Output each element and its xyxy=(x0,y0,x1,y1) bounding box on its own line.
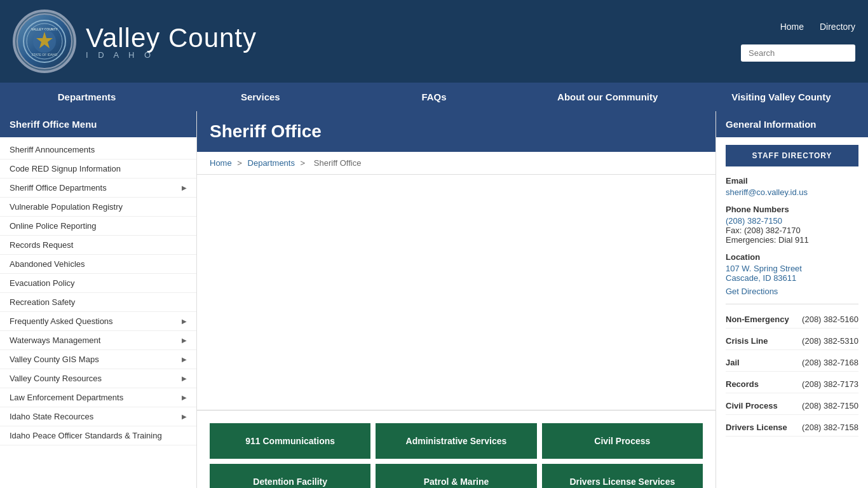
service-buttons-grid: 911 Communications Administrative Servic… xyxy=(197,423,715,488)
content-divider xyxy=(197,410,715,410)
sidebar-item-abandoned-vehicles[interactable]: Abandoned Vehicles xyxy=(0,255,196,274)
phone-label: Phone Numbers xyxy=(726,205,858,214)
nav-departments[interactable]: Departments xyxy=(0,83,173,111)
email-label: Email xyxy=(726,176,858,186)
phone-row-crisis: Crisis Line (208) 382-5310 xyxy=(726,332,858,350)
info-location-section: Location 107 W. Spring Street Cascade, I… xyxy=(726,252,858,296)
sidebar-item-evacuation-policy[interactable]: Evacuation Policy xyxy=(0,274,196,293)
email-link[interactable]: sheriff@co.valley.id.us xyxy=(726,187,808,197)
content-wrapper: Sheriff Office Menu Sheriff Announcement… xyxy=(0,111,868,488)
chevron-icon: ▶ xyxy=(182,394,187,401)
site-header: VALLEY COUNTY STATE OF IDAHO Valley Coun… xyxy=(0,0,868,83)
header-logo: VALLEY COUNTY STATE OF IDAHO Valley Coun… xyxy=(13,10,257,73)
location-address[interactable]: 107 W. Spring Street xyxy=(726,264,802,273)
right-sidebar-content: STAFF DIRECTORY Email sheriff@co.valley.… xyxy=(716,137,868,448)
site-name: Valley County xyxy=(86,23,257,53)
row-label: Records xyxy=(726,379,759,389)
phone-row-jail: Jail (208) 382-7168 xyxy=(726,354,858,372)
right-sidebar-title: General Information xyxy=(716,111,868,137)
info-email-section: Email sheriff@co.valley.id.us xyxy=(726,176,858,197)
get-directions-link[interactable]: Get Directions xyxy=(726,287,778,296)
search-box xyxy=(741,44,855,62)
sidebar-item-waterways[interactable]: Waterways Management▶ xyxy=(0,331,196,350)
breadcrumb-sep2: > xyxy=(301,158,308,168)
row-label: Non-Emergency xyxy=(726,315,789,324)
chevron-icon: ▶ xyxy=(182,318,187,325)
chevron-icon: ▶ xyxy=(182,375,187,382)
breadcrumb-home[interactable]: Home xyxy=(210,158,232,168)
nav-home[interactable]: Home xyxy=(780,22,804,32)
btn-detention-facility[interactable]: Detention Facility xyxy=(210,464,370,488)
sidebar-divider xyxy=(726,304,858,304)
breadcrumb: Home > Departments > Sheriff Office xyxy=(197,152,715,175)
search-input[interactable] xyxy=(741,44,855,62)
row-value: (208) 382-7158 xyxy=(802,423,858,432)
phone-row-records: Records (208) 382-7173 xyxy=(726,376,858,393)
sidebar-menu: Sheriff Announcements Code RED Signup In… xyxy=(0,137,196,449)
btn-patrol-marine[interactable]: Patrol & Marine xyxy=(376,464,536,488)
svg-text:STATE OF IDAHO: STATE OF IDAHO xyxy=(32,53,58,57)
phone-rows: Non-Emergency (208) 382-5160 Crisis Line… xyxy=(726,311,858,437)
content-area xyxy=(197,175,715,397)
chevron-icon: ▶ xyxy=(182,337,187,344)
sidebar-item-recreation-safety[interactable]: Recreation Safety xyxy=(0,293,196,312)
phone-row-drivers-license: Drivers License (208) 382-7158 xyxy=(726,419,858,437)
chevron-icon: ▶ xyxy=(182,184,187,191)
btn-civil-process[interactable]: Civil Process xyxy=(542,423,703,459)
sidebar-item-code-red[interactable]: Code RED Signup Information xyxy=(0,159,196,179)
row-label: Civil Process xyxy=(726,401,778,410)
phone-main-link[interactable]: (208) 382-7150 xyxy=(726,216,782,226)
sidebar-item-law-enforcement[interactable]: Law Enforcement Departments▶ xyxy=(0,388,196,407)
sidebar-item-faqs[interactable]: Frequently Asked Questions▶ xyxy=(0,312,196,331)
email-value: sheriff@co.valley.id.us xyxy=(726,187,858,197)
main-content: Sheriff Office Home > Departments > Sher… xyxy=(197,111,715,488)
btn-drivers-license[interactable]: Drivers License Services xyxy=(542,464,703,488)
logo-text: Valley County I D A H O xyxy=(86,23,257,60)
sidebar-item-peace-officer[interactable]: Idaho Peace Officer Standards & Training xyxy=(0,426,196,445)
nav-directory[interactable]: Directory xyxy=(820,22,855,32)
sidebar-item-valley-resources[interactable]: Valley County Resources▶ xyxy=(0,369,196,388)
sidebar-title: Sheriff Office Menu xyxy=(0,111,196,137)
btn-administrative-services[interactable]: Administrative Services xyxy=(376,423,536,459)
sidebar-item-sheriff-announcements[interactable]: Sheriff Announcements xyxy=(0,140,196,159)
sidebar-item-sheriff-departments[interactable]: Sheriff Office Departments▶ xyxy=(0,179,196,198)
row-value: (208) 382-5310 xyxy=(802,336,858,346)
right-sidebar: General Information STAFF DIRECTORY Emai… xyxy=(715,111,868,488)
main-nav: Departments Services FAQs About our Comm… xyxy=(0,83,868,111)
page-title: Sheriff Office xyxy=(210,121,703,142)
sidebar-item-gis-maps[interactable]: Valley County GIS Maps▶ xyxy=(0,350,196,369)
nav-faqs[interactable]: FAQs xyxy=(347,83,520,111)
breadcrumb-sep1: > xyxy=(237,158,244,168)
breadcrumb-current: Sheriff Office xyxy=(314,158,362,168)
location-city[interactable]: Cascade, ID 83611 xyxy=(726,273,796,283)
chevron-icon: ▶ xyxy=(182,413,187,420)
nav-about[interactable]: About our Community xyxy=(521,83,695,111)
row-value: (208) 382-7150 xyxy=(802,401,858,410)
left-sidebar: Sheriff Office Menu Sheriff Announcement… xyxy=(0,111,197,488)
row-value: (208) 382-7173 xyxy=(802,379,858,389)
chevron-icon: ▶ xyxy=(182,356,187,363)
header-right: Home Directory xyxy=(741,22,855,62)
row-label: Crisis Line xyxy=(726,336,768,346)
sidebar-item-idaho-resources[interactable]: Idaho State Recources▶ xyxy=(0,407,196,426)
phone-row-nonemergency: Non-Emergency (208) 382-5160 xyxy=(726,311,858,329)
page-title-bar: Sheriff Office xyxy=(197,111,715,152)
phone-fax: Fax: (208) 382-7170 xyxy=(726,226,801,235)
info-phone-section: Phone Numbers (208) 382-7150 Fax: (208) … xyxy=(726,205,858,245)
logo-seal: VALLEY COUNTY STATE OF IDAHO xyxy=(13,10,76,73)
row-value: (208) 382-7168 xyxy=(802,358,858,367)
btn-911-communications[interactable]: 911 Communications xyxy=(210,423,370,459)
row-label: Jail xyxy=(726,358,740,367)
logo-seal-inner: VALLEY COUNTY STATE OF IDAHO xyxy=(17,13,72,69)
sidebar-item-online-police[interactable]: Online Police Reporting xyxy=(0,217,196,236)
phone-emergencies: Emergencies: Dial 911 xyxy=(726,235,809,245)
staff-directory-button[interactable]: STAFF DIRECTORY xyxy=(726,145,858,166)
sidebar-item-vulnerable-population[interactable]: Vulnerable Population Registry xyxy=(0,198,196,217)
row-value: (208) 382-5160 xyxy=(802,315,858,324)
row-label: Drivers License xyxy=(726,423,787,432)
header-nav: Home Directory xyxy=(780,22,855,32)
nav-visiting[interactable]: Visiting Valley County xyxy=(695,83,868,111)
sidebar-item-records-request[interactable]: Records Request xyxy=(0,236,196,255)
breadcrumb-departments[interactable]: Departments xyxy=(248,158,295,168)
nav-services[interactable]: Services xyxy=(173,83,347,111)
